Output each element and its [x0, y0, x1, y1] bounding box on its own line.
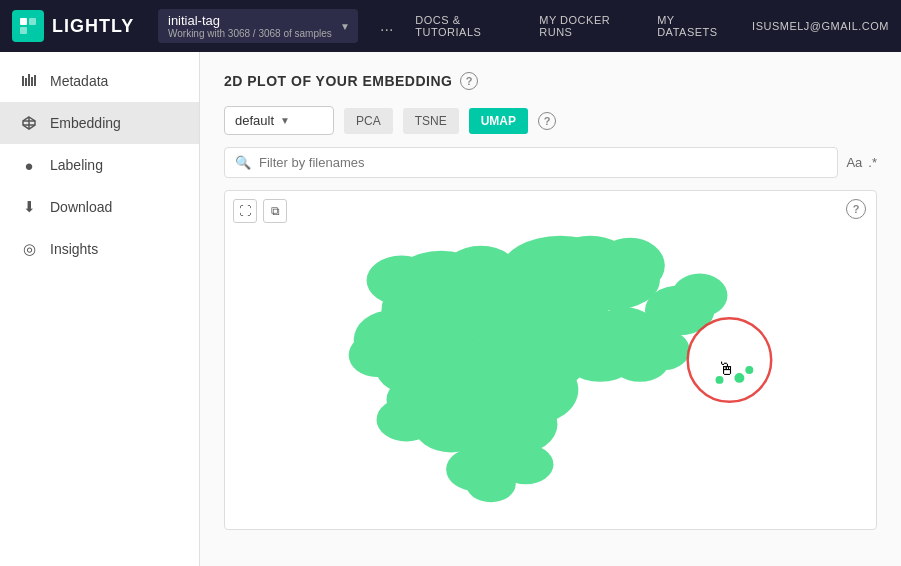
sidebar-item-download[interactable]: ⬇ Download [0, 186, 199, 228]
search-bar[interactable]: 🔍 [224, 147, 838, 178]
svg-point-23 [349, 333, 405, 377]
svg-rect-7 [34, 75, 36, 86]
tag-dropdown-arrow: ▼ [340, 21, 350, 32]
svg-rect-4 [25, 78, 27, 86]
search-input[interactable] [259, 155, 827, 170]
tab-pca[interactable]: PCA [344, 108, 393, 134]
tab-help-icon[interactable]: ? [538, 112, 556, 130]
logo-text: LIGHTLY [52, 16, 134, 37]
metadata-icon [20, 72, 38, 90]
plot-toolbar: ⛶ ⧉ [233, 199, 287, 223]
plot-area: ⛶ ⧉ ? [224, 190, 877, 530]
search-icon: 🔍 [235, 155, 251, 170]
embedding-icon [20, 114, 38, 132]
sidebar-item-label-labeling: Labeling [50, 157, 103, 173]
tag-name: initial-tag [168, 13, 348, 28]
section-help-icon[interactable]: ? [460, 72, 478, 90]
embedding-dropdown[interactable]: default ▼ [224, 106, 334, 135]
search-options: Aa .* [846, 155, 877, 170]
main-content: 2D PLOT OF YOUR EMBEDDING ? default ▼ PC… [200, 52, 901, 566]
svg-text:🖱: 🖱 [718, 359, 736, 379]
svg-rect-2 [20, 27, 27, 34]
embedding-plot: 🖱 [225, 191, 876, 529]
sidebar-item-label-embedding: Embedding [50, 115, 121, 131]
svg-point-47 [734, 373, 744, 383]
sidebar-item-embedding[interactable]: Embedding [0, 102, 199, 144]
regex-option[interactable]: .* [868, 155, 877, 170]
header: LIGHTLY initial-tag Working with 3068 / … [0, 0, 901, 52]
dropdown-value: default [235, 113, 274, 128]
svg-rect-6 [31, 77, 33, 86]
screenshot-tool[interactable]: ⧉ [263, 199, 287, 223]
svg-rect-0 [20, 18, 27, 25]
download-icon: ⬇ [20, 198, 38, 216]
tag-subtitle: Working with 3068 / 3068 of samples [168, 28, 348, 39]
logo-area: LIGHTLY [12, 10, 142, 42]
sidebar: Metadata Embedding ● Labeling ⬇ Download… [0, 52, 200, 566]
sidebar-item-label-download: Download [50, 199, 112, 215]
svg-rect-5 [28, 74, 30, 86]
svg-point-40 [466, 466, 516, 502]
logo-icon [12, 10, 44, 42]
tab-tsne[interactable]: TSNE [403, 108, 459, 134]
nav-links: DOCS & TUTORIALS MY DOCKER RUNS MY DATAS… [415, 14, 889, 38]
labeling-icon: ● [20, 156, 38, 174]
svg-point-36 [377, 398, 437, 442]
insights-icon: ◎ [20, 240, 38, 258]
nav-datasets[interactable]: MY DATASETS [657, 14, 728, 38]
layout: Metadata Embedding ● Labeling ⬇ Download… [0, 52, 901, 566]
svg-point-16 [595, 238, 665, 294]
controls-row: default ▼ PCA TSNE UMAP ? [224, 106, 877, 135]
svg-point-42 [672, 274, 728, 318]
sidebar-item-insights[interactable]: ◎ Insights [0, 228, 199, 270]
tag-selector[interactable]: initial-tag Working with 3068 / 3068 of … [158, 9, 358, 43]
search-row: 🔍 Aa .* [224, 147, 877, 178]
svg-point-44 [640, 330, 690, 370]
tag-more-button[interactable]: ... [374, 17, 399, 35]
sidebar-item-metadata[interactable]: Metadata [0, 60, 199, 102]
tab-umap[interactable]: UMAP [469, 108, 528, 134]
sidebar-item-label-metadata: Metadata [50, 73, 108, 89]
svg-rect-1 [29, 18, 36, 25]
nav-docker[interactable]: MY DOCKER RUNS [539, 14, 633, 38]
plot-help-icon[interactable]: ? [846, 199, 866, 219]
case-sensitive-option[interactable]: Aa [846, 155, 862, 170]
section-title: 2D PLOT OF YOUR EMBEDDING ? [224, 72, 877, 90]
svg-point-49 [716, 376, 724, 384]
sidebar-item-label-insights: Insights [50, 241, 98, 257]
chevron-down-icon: ▼ [280, 115, 290, 126]
svg-rect-3 [22, 76, 24, 86]
nav-user[interactable]: ISUSMELJ@GMAIL.COM [752, 20, 889, 32]
nav-docs[interactable]: DOCS & TUTORIALS [415, 14, 515, 38]
svg-point-48 [745, 366, 753, 374]
svg-point-12 [367, 256, 437, 306]
fullscreen-tool[interactable]: ⛶ [233, 199, 257, 223]
sidebar-item-labeling[interactable]: ● Labeling [0, 144, 199, 186]
